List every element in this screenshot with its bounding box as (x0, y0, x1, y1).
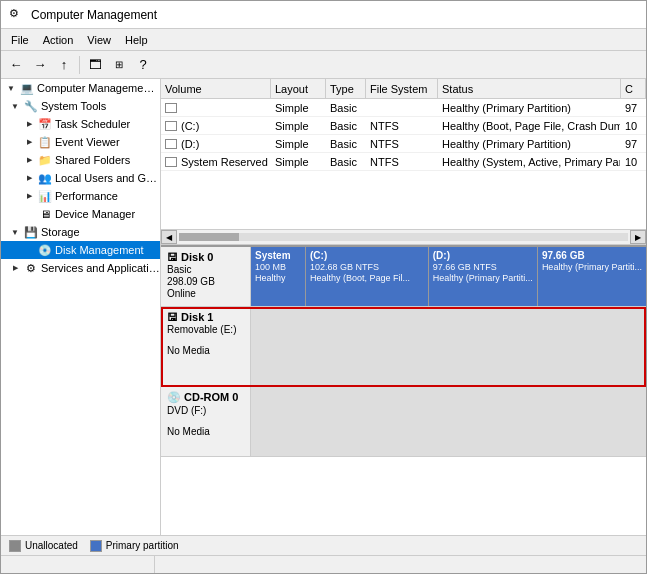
table-header: Volume Layout Type File System Status C (161, 79, 646, 99)
disk1-spacer (167, 336, 244, 344)
bottom-panel: 🖫 Disk 0 Basic 298.09 GB Online System 1… (161, 245, 646, 465)
system-tools-icon: 🔧 (23, 98, 39, 114)
properties-button[interactable]: ⊞ (108, 54, 130, 76)
volume-disk-icon (165, 157, 177, 167)
partition-c[interactable]: (C:) 102.68 GB NTFS Healthy (Boot, Page … (306, 247, 429, 306)
tree-label-system-tools: System Tools (39, 100, 106, 112)
storage-icon: 💾 (23, 224, 39, 240)
tree-item-root[interactable]: ▼ 💻 Computer Management (Loca (1, 79, 160, 97)
h-scrollbar-track[interactable] (179, 233, 628, 241)
status-bar (1, 555, 646, 573)
menu-help[interactable]: Help (119, 32, 154, 48)
cdrom0-type: DVD (F:) (167, 405, 244, 416)
col-layout[interactable]: Layout (271, 79, 326, 98)
tree-item-services[interactable]: ▶ ⚙ Services and Applications (1, 259, 160, 277)
window-icon: ⚙ (9, 7, 25, 23)
volume-disk-icon (165, 103, 177, 113)
table-row[interactable]: (C:) Simple Basic NTFS Healthy (Boot, Pa… (161, 117, 646, 135)
tree-item-device-manager[interactable]: ▶ 🖥 Device Manager (1, 205, 160, 223)
legend-primary: Primary partition (90, 540, 179, 552)
expand-icon: ▼ (7, 224, 23, 240)
disk-management-icon: 💿 (37, 242, 53, 258)
legend-unallocated-label: Unallocated (25, 540, 78, 551)
col-volume[interactable]: Volume (161, 79, 271, 98)
tree-item-system-tools[interactable]: ▼ 🔧 System Tools (1, 97, 160, 115)
legend-unallocated: Unallocated (9, 540, 78, 552)
cdrom0-info: 💿 CD-ROM 0 DVD (F:) No Media (161, 387, 251, 456)
scroll-right-button[interactable]: ▶ (630, 230, 646, 244)
expand-icon: ▶ (21, 188, 37, 204)
fs-cell (366, 99, 438, 116)
h-scrollbar-area: ◀ ▶ (161, 229, 646, 245)
device-manager-icon: 🖥 (37, 206, 53, 222)
table-row[interactable]: System Reserved Simple Basic NTFS Health… (161, 153, 646, 171)
up-button[interactable]: ↑ (53, 54, 75, 76)
legend-primary-label: Primary partition (106, 540, 179, 551)
tree-label-performance: Performance (53, 190, 118, 202)
expand-icon: ▼ (7, 98, 23, 114)
table-row[interactable]: Simple Basic Healthy (Primary Partition)… (161, 99, 646, 117)
disk0-name: 🖫 Disk 0 (167, 251, 244, 263)
tree-label-shared-folders: Shared Folders (53, 154, 130, 166)
volume-name: System Reserved (181, 156, 268, 168)
part-size: 102.68 GB NTFS (310, 262, 424, 272)
tree-item-storage[interactable]: ▼ 💾 Storage (1, 223, 160, 241)
tree-item-disk-management[interactable]: ▶ 💿 Disk Management (1, 241, 160, 259)
tree-label-device-manager: Device Manager (53, 208, 135, 220)
partition-last[interactable]: 97.66 GB Healthy (Primary Partiti... (538, 247, 646, 306)
menu-file[interactable]: File (5, 32, 35, 48)
status-cell: Healthy (Primary Partition) (438, 135, 621, 152)
partition-d[interactable]: (D:) 97.66 GB NTFS Healthy (Primary Part… (429, 247, 538, 306)
toolbar-separator (79, 56, 80, 74)
tree-item-shared-folders[interactable]: ▶ 📁 Shared Folders (1, 151, 160, 169)
cdrom0-partitions (251, 387, 646, 456)
col-filesystem[interactable]: File System (366, 79, 438, 98)
help-button[interactable]: ? (132, 54, 154, 76)
cdrom0-section: 💿 CD-ROM 0 DVD (F:) No Media (161, 387, 646, 457)
forward-button[interactable]: → (29, 54, 51, 76)
title-bar: ⚙ Computer Management (1, 1, 646, 29)
part-size: 100 MB (255, 262, 301, 272)
menu-view[interactable]: View (81, 32, 117, 48)
h-scrollbar-thumb[interactable] (179, 233, 239, 241)
cap-cell: 10 (621, 117, 646, 134)
tree-item-performance[interactable]: ▶ 📊 Performance (1, 187, 160, 205)
tree-item-local-users[interactable]: ▶ 👥 Local Users and Groups (1, 169, 160, 187)
disk1-section: 🖫 Disk 1 Removable (E:) No Media (161, 307, 646, 387)
col-type[interactable]: Type (326, 79, 366, 98)
disk1-partitions (251, 307, 646, 386)
back-button[interactable]: ← (5, 54, 27, 76)
computer-icon: 💻 (19, 80, 35, 96)
disk0-partitions: System 100 MB Healthy (C:) 102.68 GB NTF… (251, 247, 646, 306)
expand-icon: ▶ (7, 260, 23, 276)
show-hide-button[interactable]: 🗔 (84, 54, 106, 76)
cdrom0-spacer (167, 417, 244, 425)
toolbar: ← → ↑ 🗔 ⊞ ? (1, 51, 646, 79)
part-type: Healthy (Primary Partiti... (542, 262, 642, 272)
legend-primary-box (90, 540, 102, 552)
menu-bar: File Action View Help (1, 29, 646, 51)
status-cell: Healthy (System, Active, Primary Partiti… (438, 153, 621, 170)
menu-action[interactable]: Action (37, 32, 80, 48)
part-type: Healthy (Primary Partiti... (433, 273, 533, 283)
legend-unallocated-box (9, 540, 21, 552)
tree-item-event-viewer[interactable]: ▶ 📋 Event Viewer (1, 133, 160, 151)
tree-item-task-scheduler[interactable]: ▶ 📅 Task Scheduler (1, 115, 160, 133)
right-panel: Volume Layout Type File System Status C … (161, 79, 646, 535)
disk1-name: 🖫 Disk 1 (167, 311, 244, 323)
scroll-left-button[interactable]: ◀ (161, 230, 177, 244)
volume-name: (D:) (181, 138, 199, 150)
cap-cell: 97 (621, 135, 646, 152)
col-status[interactable]: Status (438, 79, 621, 98)
table-row[interactable]: (D:) Simple Basic NTFS Healthy (Primary … (161, 135, 646, 153)
disk1-info: 🖫 Disk 1 Removable (E:) No Media (161, 307, 251, 386)
main-content: ▼ 💻 Computer Management (Loca ▼ 🔧 System… (1, 79, 646, 535)
layout-cell: Simple (271, 153, 326, 170)
cap-cell: 10 (621, 153, 646, 170)
part-label: System (255, 250, 301, 261)
col-cap[interactable]: C (621, 79, 646, 98)
partition-system-reserved[interactable]: System 100 MB Healthy (251, 247, 306, 306)
fs-cell: NTFS (366, 153, 438, 170)
status-cell: Healthy (Primary Partition) (438, 99, 621, 116)
disk0-info: 🖫 Disk 0 Basic 298.09 GB Online (161, 247, 251, 306)
